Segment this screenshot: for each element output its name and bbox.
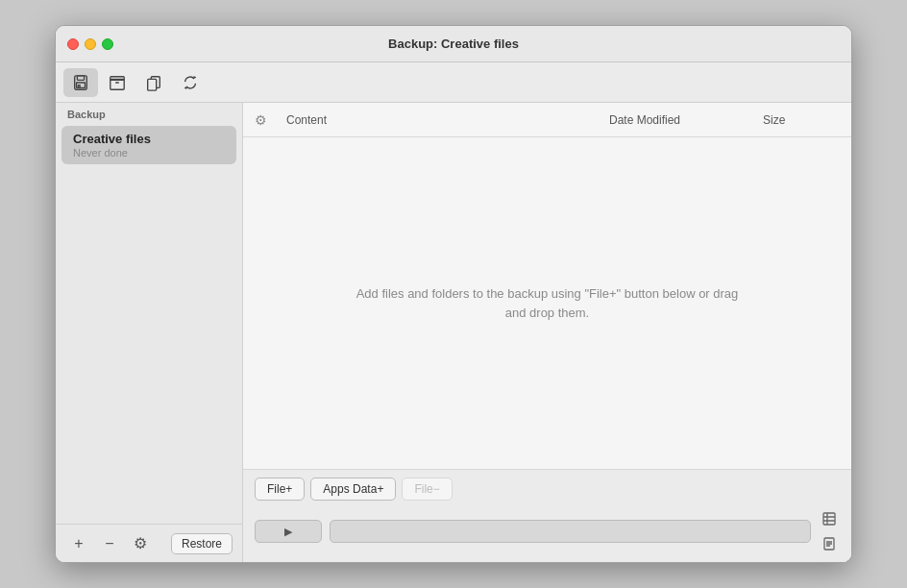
play-icon: ▶ [284,526,292,538]
add-backup-button[interactable]: + [65,532,92,555]
empty-message: Add files and folders to the backup usin… [355,284,740,322]
svg-rect-9 [823,513,835,525]
col-header-date: Date Modified [609,113,744,127]
sidebar-item-sub: Never done [73,147,225,159]
col-header-size: Size [763,113,840,127]
svg-rect-5 [110,76,124,80]
settings-button[interactable]: ⚙ [127,532,154,555]
svg-rect-8 [148,79,157,90]
apps-data-plus-button[interactable]: Apps Data+ [310,478,396,501]
progress-section: ▶ [255,508,840,554]
sidebar-section-header: Backup [56,103,242,124]
toolbar-sync-button[interactable] [173,68,208,97]
window-title: Backup: Creative files [388,37,519,51]
toolbar [56,62,851,103]
titlebar: Backup: Creative files [56,26,851,62]
app-window: Backup: Creative files [55,25,852,563]
toolbar-backup-button[interactable] [63,68,98,97]
bottom-bar: File+ Apps Data+ File− ▶ [243,469,851,562]
minimize-button[interactable] [85,38,96,50]
sidebar-item-creative-files[interactable]: Creative files Never done [61,126,236,164]
content-main: Add files and folders to the backup usin… [243,137,851,469]
list-icon-button[interactable] [819,508,840,529]
sidebar-item-name: Creative files [73,132,225,146]
content-area: ⚙ Content Date Modified Size Add files a… [243,103,851,562]
restore-button[interactable]: Restore [171,533,233,554]
bottom-icons [819,508,840,554]
log-icon-button[interactable] [819,533,840,554]
content-header: ⚙ Content Date Modified Size [243,103,851,137]
traffic-lights [67,38,113,50]
file-minus-button[interactable]: File− [402,478,452,501]
svg-rect-1 [77,75,84,80]
play-button[interactable]: ▶ [255,520,322,543]
remove-backup-button[interactable]: − [96,532,123,555]
sidebar-footer: + − ⚙ Restore [56,524,242,562]
col-header-content: Content [286,113,590,127]
maximize-button[interactable] [102,38,113,50]
svg-rect-4 [110,79,124,89]
action-buttons: File+ Apps Data+ File− [255,478,840,501]
progress-bar [330,520,811,543]
toolbar-archive-button[interactable] [100,68,135,97]
gear-icon[interactable]: ⚙ [255,112,267,128]
sidebar: Backup Creative files Never done + − ⚙ R… [56,103,243,562]
toolbar-copy-button[interactable] [136,68,171,97]
close-button[interactable] [67,38,79,50]
svg-rect-3 [78,85,80,87]
file-plus-button[interactable]: File+ [255,478,305,501]
main-area: Backup Creative files Never done + − ⚙ R… [56,103,851,562]
